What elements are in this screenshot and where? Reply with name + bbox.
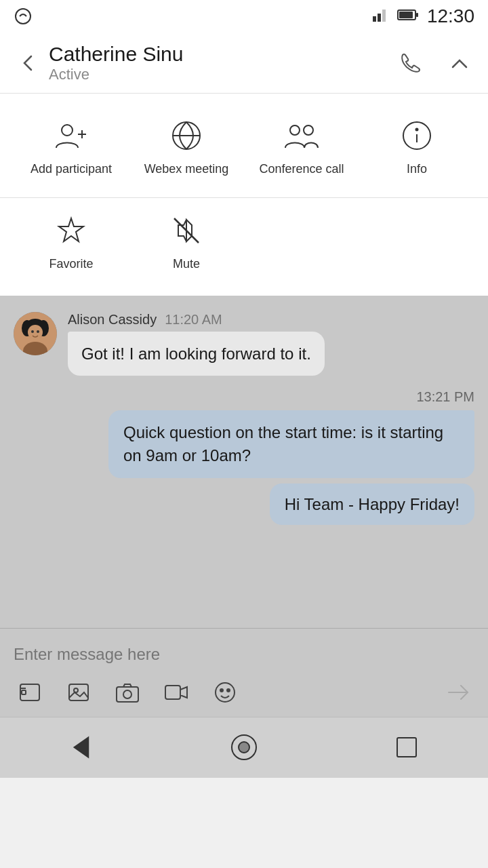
chat-area: Alison Cassidy 11:20 AM Got it! I am loo…: [0, 296, 488, 628]
svg-rect-32: [117, 687, 138, 702]
info-button[interactable]: Info: [359, 110, 474, 184]
svg-point-0: [16, 9, 30, 24]
message-sender: Alison Cassidy: [68, 312, 157, 328]
svg-point-13: [304, 125, 313, 135]
add-participant-button[interactable]: Add participant: [14, 110, 129, 184]
svg-rect-28: [20, 684, 39, 701]
attachment-button[interactable]: [14, 676, 46, 709]
favorite-icon: [52, 212, 90, 250]
image-button[interactable]: [62, 676, 95, 709]
status-time: 12:30: [427, 5, 474, 27]
action-grid-row1: Add participant Webex meeting Conference…: [0, 94, 488, 198]
svg-rect-29: [22, 690, 26, 694]
svg-point-26: [31, 330, 34, 333]
back-button[interactable]: [14, 48, 43, 78]
emoji-button[interactable]: [209, 676, 241, 709]
svg-point-35: [216, 683, 235, 702]
info-icon: [398, 117, 436, 155]
chat-header: Catherine Sinu Active: [0, 33, 488, 94]
svg-marker-38: [75, 738, 88, 757]
svg-rect-41: [397, 738, 416, 757]
incoming-message: Alison Cassidy 11:20 AM Got it! I am loo…: [14, 312, 474, 376]
android-icon: [14, 7, 33, 26]
svg-rect-30: [69, 684, 88, 701]
contact-info: Catherine Sinu Active: [43, 43, 396, 83]
add-participant-label: Add participant: [30, 161, 112, 177]
mute-label: Mute: [173, 256, 200, 272]
input-area: [0, 628, 488, 717]
svg-marker-17: [59, 218, 83, 241]
add-participant-icon: [52, 117, 90, 155]
message-content: Alison Cassidy 11:20 AM Got it! I am loo…: [68, 312, 325, 376]
svg-rect-3: [382, 9, 386, 22]
message-input[interactable]: [14, 639, 474, 669]
collapse-button[interactable]: [445, 48, 474, 78]
outgoing-bubble-1: Quick question on the start time: is it …: [108, 410, 474, 477]
nav-recent-button[interactable]: [382, 723, 431, 772]
nav-home-button[interactable]: [220, 723, 268, 772]
action-grid-row2: Favorite Mute: [0, 198, 488, 295]
svg-point-7: [62, 125, 73, 136]
incoming-bubble: Got it! I am looking forward to it.: [68, 332, 325, 376]
favorite-button[interactable]: Favorite: [14, 205, 129, 279]
webex-meeting-icon: [167, 117, 205, 155]
webex-meeting-label: Webex meeting: [144, 161, 229, 177]
nav-back-button[interactable]: [57, 723, 106, 772]
contact-name: Catherine Sinu: [49, 43, 396, 66]
message-time: 11:20 AM: [165, 312, 222, 328]
svg-rect-6: [416, 13, 418, 17]
svg-rect-1: [373, 16, 376, 22]
mute-icon: [167, 212, 205, 250]
svg-point-33: [123, 690, 131, 698]
navigation-bar: [0, 717, 488, 778]
svg-point-40: [239, 742, 249, 753]
svg-point-12: [290, 125, 300, 135]
input-toolbar: [14, 676, 474, 709]
svg-point-27: [37, 330, 39, 333]
call-button[interactable]: [396, 48, 426, 78]
signal-icon: [370, 5, 389, 27]
svg-point-37: [227, 689, 230, 692]
svg-point-16: [416, 129, 418, 131]
outgoing-time: 13:21 PM: [416, 389, 474, 405]
send-button[interactable]: [442, 676, 474, 709]
status-bar: 12:30: [0, 0, 488, 33]
contact-status: Active: [49, 66, 396, 83]
webex-meeting-button[interactable]: Webex meeting: [129, 110, 244, 184]
svg-rect-34: [165, 686, 180, 699]
conference-call-button[interactable]: Conference call: [244, 110, 359, 184]
outgoing-message-group: 13:21 PM Quick question on the start tim…: [14, 389, 474, 525]
video-button[interactable]: [160, 676, 192, 709]
favorite-label: Favorite: [49, 256, 93, 272]
svg-rect-5: [399, 12, 413, 18]
outgoing-bubble-2: Hi Team - Happy Friday!: [270, 484, 474, 526]
message-meta: Alison Cassidy 11:20 AM: [68, 312, 325, 328]
conference-call-icon: [283, 117, 321, 155]
svg-rect-2: [378, 14, 381, 22]
conference-call-label: Conference call: [259, 161, 344, 177]
camera-button[interactable]: [111, 676, 144, 709]
mute-button[interactable]: Mute: [129, 205, 244, 279]
avatar: [14, 312, 57, 355]
info-label: Info: [407, 161, 427, 177]
battery-icon: [397, 8, 419, 24]
svg-point-36: [220, 689, 223, 692]
